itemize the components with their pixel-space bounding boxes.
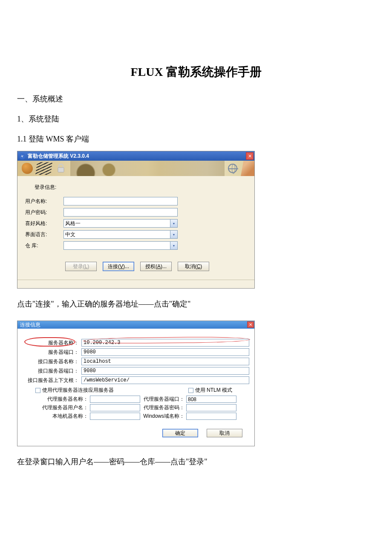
iface-ctx-input[interactable]: [81, 376, 249, 384]
use-proxy-checkbox[interactable]: 使用代理服务器连接应用服务器: [35, 387, 114, 394]
connection-dialog: 连接信息 ✕ 服务器名称： 服务器端口： 接口服务器名称： 接口服务器端口： 接…: [17, 321, 255, 446]
instruction-login: 在登录窗口输入用户名——密码——仓库——点击"登录": [17, 456, 375, 468]
lock-icon: [55, 162, 67, 174]
language-select-value[interactable]: [63, 230, 178, 239]
proxy-port-label: 代理服务器端口：: [140, 396, 186, 403]
iface-name-input[interactable]: [81, 358, 249, 365]
login-statusbar: [17, 280, 254, 288]
iface-port-label: 接口服务器端口：: [22, 367, 81, 375]
language-select[interactable]: ▼: [63, 230, 178, 239]
page-title: FLUX 富勒系统操作手册: [17, 64, 375, 80]
cancel-button[interactable]: 取消(C): [178, 262, 209, 271]
username-label: 用户名称:: [25, 198, 63, 205]
heading-1-1-1: 1.1 登陆 WMS 客户端: [17, 133, 375, 145]
password-label: 用户密码:: [25, 209, 63, 216]
proxy-user-input[interactable]: [90, 404, 140, 411]
login-section-label: 登录信息:: [35, 184, 249, 191]
globe-icon: [228, 164, 237, 173]
close-icon[interactable]: ✕: [246, 152, 254, 160]
proxy-name-label: 代理服务器名称：: [35, 396, 90, 403]
warehouse-select[interactable]: ▼: [63, 241, 178, 250]
chevron-down-icon[interactable]: ▼: [170, 242, 177, 249]
login-window-title: 富勒仓储管理系统 V2.3.0.4: [28, 153, 89, 160]
login-titlebar: 富勒仓储管理系统 V2.3.0.4 ✕: [17, 151, 254, 161]
banner-stripes-icon: [35, 162, 52, 175]
heading-1: 一、系统概述: [17, 93, 375, 105]
cancel-button[interactable]: 取消: [207, 429, 242, 437]
proxy-pwd-label: 代理服务器密码：: [140, 404, 186, 411]
app-icon: [19, 153, 26, 159]
svg-rect-0: [58, 168, 64, 172]
password-input[interactable]: [63, 208, 178, 217]
connection-titlebar: 连接信息 ✕: [17, 321, 254, 329]
chevron-down-icon[interactable]: ▼: [170, 220, 177, 227]
style-select-value[interactable]: [63, 219, 178, 228]
heading-1-1: 1、系统登陆: [17, 113, 375, 125]
local-name-label: 本地机器名称：: [35, 413, 90, 420]
authorize-button[interactable]: 授权(A)...: [140, 262, 172, 271]
style-label: 喜好风格:: [25, 220, 63, 227]
close-icon[interactable]: ✕: [247, 321, 254, 328]
use-ntlm-checkbox[interactable]: 使用 NTLM 模式: [188, 387, 232, 394]
checkbox-icon[interactable]: [188, 388, 193, 393]
style-select[interactable]: ▼: [63, 219, 178, 228]
iface-port-input[interactable]: [81, 367, 249, 375]
use-ntlm-label: 使用 NTLM 模式: [195, 387, 232, 394]
proxy-user-label: 代理服务器用户名：: [35, 404, 90, 411]
warehouse-select-value[interactable]: [63, 241, 178, 250]
username-input[interactable]: [63, 197, 178, 205]
banner-art-icon: [70, 161, 225, 176]
warehouse-label: 仓 库:: [25, 242, 63, 249]
banner-decoration-icon: [22, 163, 33, 174]
iface-ctx-label: 接口服务器上下文根：: [22, 377, 81, 384]
server-port-label: 服务器端口：: [22, 349, 81, 356]
instruction-connect: 点击"连接"，输入正确的服务器地址——点击"确定": [17, 298, 375, 310]
login-dialog: 富勒仓储管理系统 V2.3.0.4 ✕ 登录信息: 用户名称: 用户密码: 喜好…: [17, 151, 255, 289]
checkbox-icon[interactable]: [35, 388, 40, 393]
use-proxy-label: 使用代理服务器连接应用服务器: [42, 387, 114, 394]
connect-button[interactable]: 连接(V)...: [103, 262, 134, 271]
login-button[interactable]: 登录(L): [65, 262, 97, 271]
connection-window-title: 连接信息: [20, 321, 40, 329]
chevron-down-icon[interactable]: ▼: [170, 231, 177, 238]
ok-button[interactable]: 确定: [162, 429, 198, 437]
language-label: 界面语言:: [25, 231, 63, 238]
proxy-pwd-input[interactable]: [186, 404, 236, 411]
proxy-port-input[interactable]: [186, 396, 236, 403]
domain-input[interactable]: [186, 413, 236, 420]
proxy-name-input[interactable]: [90, 396, 140, 403]
banner-face-icon: [241, 161, 254, 176]
domain-label: Windows域名称：: [140, 413, 186, 420]
server-name-label: 服务器名称：: [22, 339, 81, 347]
login-banner: [17, 161, 254, 176]
server-port-input[interactable]: [81, 348, 249, 356]
local-name-input[interactable]: [90, 413, 140, 420]
server-name-input[interactable]: [81, 339, 249, 347]
iface-name-label: 接口服务器名称：: [22, 358, 81, 365]
